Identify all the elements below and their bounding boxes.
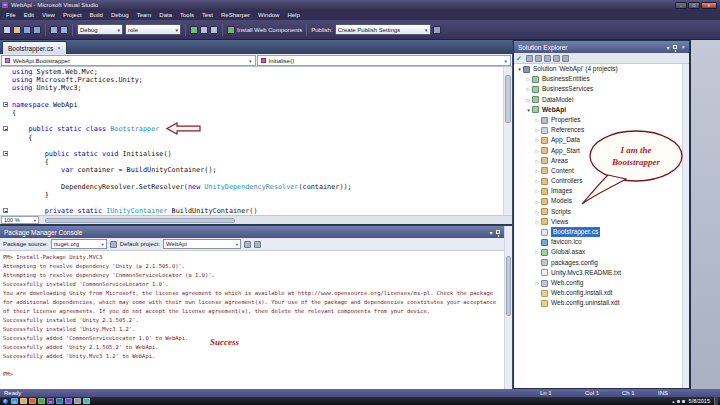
menu-item-window[interactable]: Window <box>254 10 283 20</box>
collapse-minus-icon[interactable] <box>3 102 8 107</box>
code-line[interactable] <box>0 142 503 150</box>
app-icon[interactable] <box>74 398 81 404</box>
editor-vertical-scrollbar[interactable] <box>503 67 512 215</box>
expander-icon[interactable]: ▾ <box>525 107 532 113</box>
tree-item-global-asax[interactable]: ▷Global.asax <box>514 247 689 257</box>
tree-item-web-config[interactable]: ▷Web.config <box>514 278 689 288</box>
menu-item-tools[interactable]: Tools <box>176 10 198 20</box>
code-line[interactable] <box>0 174 503 182</box>
comment-icon[interactable] <box>210 26 218 34</box>
types-dropdown[interactable]: WebApi.Bootstrapper ▾ <box>1 55 256 66</box>
tree-item-favicon-ico[interactable]: favicon.ico <box>514 237 689 247</box>
code-line[interactable]: { <box>0 134 503 142</box>
code-line[interactable]: var container = BuildUnityContainer(); <box>0 166 503 174</box>
code-line[interactable]: using Microsoft.Practices.Unity; <box>0 76 503 84</box>
internet-explorer-icon[interactable]: e <box>11 398 18 404</box>
tree-item-solution-webapi-4-projects-[interactable]: ▾Solution 'WebApi' (4 projects) <box>514 64 689 74</box>
code-line[interactable]: public static class Bootstrapper <box>0 125 503 133</box>
scrollbar-thumb[interactable] <box>505 75 511 123</box>
code-line[interactable]: DependencyResolver.SetResolver(new Unity… <box>0 183 503 191</box>
collapse-minus-icon[interactable] <box>3 208 8 213</box>
collapse-minus-icon[interactable] <box>3 126 8 131</box>
tree-item-webapi[interactable]: ▾WebApi <box>514 105 689 115</box>
expander-icon[interactable]: ▷ <box>534 280 541 286</box>
menu-item-team[interactable]: Team <box>133 10 156 20</box>
code-line[interactable]: public static void Initialise() <box>0 150 503 158</box>
app-icon[interactable] <box>65 398 72 404</box>
tray-network-icon[interactable] <box>677 400 680 403</box>
expander-icon[interactable]: ▷ <box>534 158 541 164</box>
browser-icon[interactable] <box>38 398 45 404</box>
code-line[interactable]: { <box>0 158 503 166</box>
code-line[interactable]: using Unity.Mvc3; <box>0 84 503 92</box>
pin-icon[interactable] <box>673 45 677 49</box>
close-panel-icon[interactable]: × <box>681 44 685 50</box>
refresh-icon[interactable] <box>544 55 551 62</box>
expander-icon[interactable]: ▷ <box>534 188 541 194</box>
tree-item-businessservices[interactable]: ▷BusinessServices <box>514 84 689 94</box>
start-button[interactable] <box>2 398 9 405</box>
menu-item-resharper[interactable]: ReSharper <box>217 10 254 20</box>
save-icon[interactable] <box>23 26 31 34</box>
package-manager-console-title-bar[interactable]: Package Manager Console ▾ × <box>0 226 512 238</box>
solution-explorer-title-bar[interactable]: Solution Explorer ▾ × <box>514 41 689 53</box>
office-app-icon[interactable] <box>56 398 63 404</box>
install-web-components-button[interactable]: Install Web Components <box>237 27 302 33</box>
tree-item-packages-config[interactable]: packages.config <box>514 258 689 268</box>
menu-item-test[interactable]: Test <box>198 10 217 20</box>
expander-icon[interactable]: ▷ <box>525 86 532 92</box>
expander-icon[interactable]: ▾ <box>516 66 523 72</box>
tray-volume-icon[interactable] <box>682 400 685 403</box>
code-line[interactable] <box>0 117 503 125</box>
menu-item-project[interactable]: Project <box>59 10 86 20</box>
visual-studio-icon[interactable]: ∞ <box>47 398 54 404</box>
zoom-dropdown[interactable]: 100 % ▾ <box>1 216 39 224</box>
window-position-icon[interactable]: ▾ <box>489 229 492 236</box>
scrollbar-thumb[interactable] <box>506 256 511 316</box>
undo-icon[interactable] <box>50 26 58 34</box>
tree-item-bootstrapper-cs[interactable]: Bootstrapper.cs <box>514 227 689 237</box>
open-file-icon[interactable] <box>13 26 21 34</box>
solution-explorer-scrollbar[interactable] <box>682 64 689 388</box>
expander-icon[interactable]: ▷ <box>525 97 532 103</box>
tree-item-web-config-install-xdt[interactable]: Web.config.install.xdt <box>514 288 689 298</box>
window-position-icon[interactable]: ▾ <box>666 44 669 51</box>
view-code-icon[interactable] <box>562 55 569 62</box>
package-source-settings-icon[interactable] <box>110 241 117 248</box>
menu-item-build[interactable]: Build <box>86 10 107 20</box>
code-line[interactable]: private static IUnityContainer BuildUnit… <box>0 207 503 215</box>
close-tab-icon[interactable]: × <box>57 45 61 51</box>
expander-icon[interactable]: ▷ <box>534 127 541 133</box>
media-player-icon[interactable] <box>29 398 36 404</box>
start-debug-icon[interactable] <box>190 26 198 34</box>
code-line[interactable]: { <box>0 109 503 117</box>
expander-icon[interactable]: ▷ <box>534 137 541 143</box>
collapse-all-icon[interactable] <box>553 55 560 62</box>
show-all-files-icon[interactable] <box>535 55 542 62</box>
close-button[interactable]: ✕ <box>701 2 717 9</box>
console-vertical-scrollbar[interactable] <box>504 226 512 389</box>
expander-icon[interactable]: ▷ <box>534 209 541 215</box>
redo-icon[interactable] <box>60 26 68 34</box>
tab-bootstrapper-cs[interactable]: Bootstrapper.cs × <box>2 41 67 54</box>
app-icon[interactable] <box>83 398 90 404</box>
menu-item-view[interactable]: View <box>38 10 59 20</box>
expander-icon[interactable]: ▷ <box>534 178 541 184</box>
publish-settings-dropdown[interactable]: Create Publish Settings ▾ <box>335 24 431 35</box>
role-dropdown[interactable]: role ▾ <box>125 24 181 35</box>
find-icon[interactable] <box>200 26 208 34</box>
scrollbar-thumb[interactable] <box>45 218 235 223</box>
clear-console-icon[interactable] <box>244 241 251 248</box>
package-source-dropdown[interactable]: nuget.org ▾ <box>51 239 107 249</box>
save-all-icon[interactable] <box>33 26 41 34</box>
properties-icon[interactable] <box>526 55 533 62</box>
tray-arrow-icon[interactable]: ▴ <box>672 399 674 404</box>
code-line[interactable] <box>0 93 503 101</box>
code-line[interactable]: namespace WebApi <box>0 101 503 109</box>
menu-item-help[interactable]: Help <box>283 10 303 20</box>
code-line[interactable] <box>0 199 503 207</box>
tree-item-views[interactable]: ▷Views <box>514 217 689 227</box>
menu-item-data[interactable]: Data <box>155 10 176 20</box>
minimize-button[interactable]: – <box>675 2 687 9</box>
configuration-dropdown[interactable]: Debug ▾ <box>77 24 123 35</box>
